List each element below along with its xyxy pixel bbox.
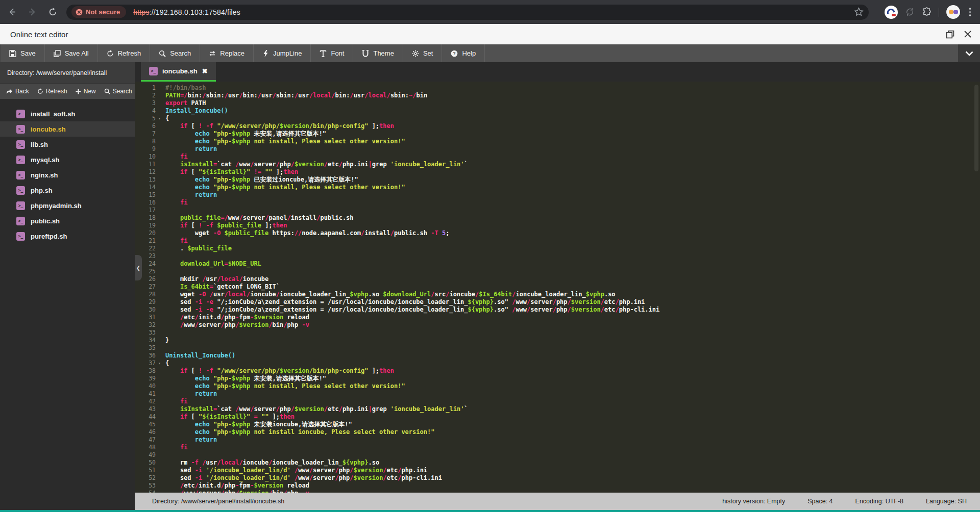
code-line[interactable]: 29 sed -i -e "/;ionCube/a\zend_extension…	[135, 298, 980, 306]
code-line[interactable]: 39 echo "php-$vphp 未安装,请选择其它版本!"	[135, 375, 980, 382]
editor-scrollbar-thumb[interactable]	[974, 85, 978, 171]
code-line[interactable]: 16 fi	[135, 199, 980, 207]
code-text: rm -f /usr/local/ioncube/ioncube_loader_…	[163, 459, 379, 467]
code-line[interactable]: 31 /etc/init.d/php-fpm-$version reload	[135, 314, 980, 321]
code-line[interactable]: 13 echo "php-$vphp 已安装过ioncube,请选择其它版本!"	[135, 176, 980, 184]
code-line[interactable]: 2PATH=/bin:/sbin:/usr/bin:/usr/sbin:/usr…	[135, 92, 980, 99]
code-line[interactable]: 37▾{	[135, 360, 980, 367]
code-line[interactable]: 24 download_Url=$NODE_URL	[135, 260, 980, 268]
code-line[interactable]: 51 sed -i '/ioncube_loader_lin/d' /www/s…	[135, 467, 980, 474]
code-line[interactable]: 18 public_file=/www/server/panel/install…	[135, 214, 980, 222]
refresh-button[interactable]: Refresh	[98, 44, 151, 62]
code-line[interactable]: 45 echo "php-$vphp 未安装ioncube,请选择其它版本!"	[135, 421, 980, 428]
code-line[interactable]: 3export PATH	[135, 99, 980, 107]
code-line[interactable]: 22 . $public_file	[135, 245, 980, 252]
code-line[interactable]: 49	[135, 451, 980, 459]
code-line[interactable]: 8 echo "php-$vphp not install, Plese sel…	[135, 138, 980, 145]
code-line[interactable]: 6 if [ ! -f "/www/server/php/$version/bi…	[135, 122, 980, 130]
code-line[interactable]: 21 fi	[135, 237, 980, 245]
save-all-button[interactable]: Save All	[45, 44, 98, 62]
code-line[interactable]: 34}	[135, 337, 980, 344]
sidebar-refresh-button[interactable]: Refresh	[37, 88, 67, 95]
code-line[interactable]: 41 return	[135, 390, 980, 398]
file-item[interactable]: >_pureftpd.sh	[0, 228, 135, 244]
code-line[interactable]: 44 if [ "${isInstall}" = "" ];then	[135, 413, 980, 421]
restore-window-icon[interactable]	[946, 30, 954, 39]
file-item[interactable]: >_public.sh	[0, 213, 135, 228]
code-line[interactable]: 46 echo "php-$vphp not install ioncube, …	[135, 428, 980, 436]
extensions-puzzle-icon[interactable]	[922, 7, 932, 17]
line-number: 31	[135, 314, 158, 321]
code-line[interactable]: 4Install_Ioncube()	[135, 107, 980, 115]
code-editor[interactable]: 1#!/bin/bash2PATH=/bin:/sbin:/usr/bin:/u…	[135, 82, 980, 493]
sidebar-search-button[interactable]: Search	[104, 88, 132, 95]
jumpline-button[interactable]: JumpLine	[254, 44, 311, 62]
code-line[interactable]: 7 echo "php-$vphp 未安装,请选择其它版本!"	[135, 130, 980, 138]
code-line[interactable]: 1#!/bin/bash	[135, 84, 980, 92]
toolbar-collapse-chevron[interactable]	[958, 44, 980, 62]
browser-forward-button[interactable]	[23, 4, 41, 21]
tab-close-icon[interactable]: ✖	[202, 67, 208, 75]
browser-menu-icon[interactable]	[967, 6, 973, 18]
code-line[interactable]: 47 return	[135, 436, 980, 444]
code-line[interactable]: 40 echo "php-$vphp not install, Plese se…	[135, 382, 980, 390]
code-line[interactable]: 35	[135, 344, 980, 352]
save-button[interactable]: Save	[0, 44, 45, 62]
code-line[interactable]: 28 wget -O /usr/local/ioncube/ioncube_lo…	[135, 291, 980, 298]
file-item[interactable]: >_lib.sh	[0, 137, 135, 152]
font-button[interactable]: Font	[311, 44, 353, 62]
code-line[interactable]: 12 if [ "${isInstall}" != "" ];then	[135, 168, 980, 176]
code-line[interactable]: 43 isInstall=`cat /www/server/php/$versi…	[135, 405, 980, 413]
code-line[interactable]: 17	[135, 207, 980, 214]
code-line[interactable]: 25	[135, 268, 980, 275]
code-line[interactable]: 23	[135, 252, 980, 260]
code-text: sed -i '/ioncube_loader_lin/d' /www/serv…	[163, 467, 427, 474]
close-icon[interactable]	[964, 30, 972, 38]
new-file-button[interactable]: New	[76, 88, 96, 95]
code-line[interactable]: 32 /www/server/php/$version/bin/php -v	[135, 321, 980, 329]
code-line[interactable]: 53 /etc/init.d/php-fpm-$version reload	[135, 482, 980, 490]
code-line[interactable]: 38 if [ ! -f "/www/server/php/$version/b…	[135, 367, 980, 375]
file-item[interactable]: >_mysql.sh	[0, 152, 135, 167]
code-line[interactable]: 14 echo "php-$vphp not install, Plese se…	[135, 184, 980, 191]
code-line[interactable]: 27 Is_64bit=`getconf LONG_BIT`	[135, 283, 980, 291]
help-button[interactable]: ? Help	[442, 44, 485, 62]
file-item[interactable]: >_install_soft.sh	[0, 106, 135, 121]
code-line[interactable]: 11 isInstall=`cat /www/server/php/$versi…	[135, 161, 980, 168]
extension-logo-icon[interactable]	[885, 6, 898, 19]
address-bar[interactable]: Not secure https://192.168.0.103:17584/f…	[66, 5, 869, 20]
code-line[interactable]: 48 fi	[135, 444, 980, 451]
code-line[interactable]: 50 rm -f /usr/local/ioncube/ioncube_load…	[135, 459, 980, 467]
set-button[interactable]: Set	[403, 44, 443, 62]
file-item[interactable]: >_phpmyadmin.sh	[0, 198, 135, 213]
browser-back-button[interactable]	[3, 4, 20, 21]
tab-ioncube[interactable]: >_ ioncube.sh ✖	[141, 62, 216, 82]
replace-button[interactable]: Replace	[200, 44, 254, 62]
fold-marker-icon[interactable]: ▾	[158, 115, 163, 122]
fold-marker-icon[interactable]: ▾	[158, 360, 163, 367]
code-line[interactable]: 52 sed -i '/ioncube_loader_lin/d' /www/s…	[135, 474, 980, 482]
sync-icon[interactable]	[905, 7, 915, 17]
file-item[interactable]: >_php.sh	[0, 183, 135, 198]
file-item[interactable]: >_nginx.sh	[0, 167, 135, 183]
code-line[interactable]: 9 return	[135, 145, 980, 153]
sidebar-collapse-handle[interactable]: ❮	[135, 255, 142, 280]
file-item[interactable]: >_ioncube.sh	[0, 121, 135, 137]
not-secure-chip[interactable]: Not secure	[71, 6, 126, 18]
code-line[interactable]: 5▾{	[135, 115, 980, 122]
code-line[interactable]: 20 wget -O $public_file https://node.aap…	[135, 229, 980, 237]
code-line[interactable]: 42 fi	[135, 398, 980, 405]
back-button[interactable]: Back	[6, 88, 29, 95]
browser-reload-button[interactable]	[44, 4, 61, 21]
code-line[interactable]: 15 return	[135, 191, 980, 199]
search-button[interactable]: Search	[150, 44, 200, 62]
code-line[interactable]: 30 sed -i -e "/;ionCube/a\zend_extension…	[135, 306, 980, 314]
code-line[interactable]: 36Uninstall_Ioncube()	[135, 352, 980, 360]
code-line[interactable]: 26 mkdir /usr/local/ioncube	[135, 275, 980, 283]
profile-avatar[interactable]	[946, 5, 960, 19]
bookmark-star-icon[interactable]	[854, 7, 864, 17]
theme-button[interactable]: Theme	[353, 44, 403, 62]
code-line[interactable]: 19 if [ ! -f $public_file ];then	[135, 222, 980, 229]
code-line[interactable]: 33	[135, 329, 980, 337]
code-line[interactable]: 10 fi	[135, 153, 980, 161]
